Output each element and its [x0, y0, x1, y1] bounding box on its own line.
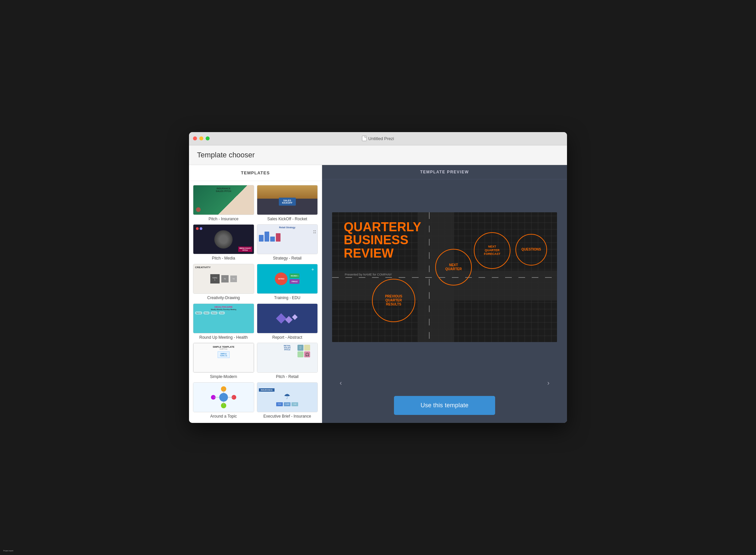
template-thumbnail-sales-kickoff: SALESKICKOFF — [257, 185, 318, 215]
preview-actions: Use this template — [322, 391, 567, 423]
preview-next-button[interactable]: › — [543, 377, 554, 388]
preview-prev-button[interactable]: ‹ — [335, 377, 346, 388]
template-thumbnail-strategy-retail: Retail Strategy ■ ■■ ■ — [257, 224, 318, 254]
template-label-simple-modern: Simple-Modern — [193, 374, 254, 380]
template-item-exec-brief[interactable]: INSURANCE ☂ PERF CLAIM SUM Executive Bri… — [257, 382, 318, 419]
templates-panel-header: TEMPLATES — [189, 165, 322, 181]
circle-previous-quarter: PREVIOUSQUARTERRESULTS — [372, 279, 415, 322]
window-title: Untitled Prezi — [368, 136, 394, 141]
template-thumbnail-around-topic — [193, 382, 254, 412]
maximize-button[interactable] — [206, 136, 210, 140]
template-item-creativity-drawing[interactable]: CREATIVITY TOPIC1 T2 T3 Creativity-Drawi… — [193, 264, 254, 301]
circle-questions: QUESTIONS — [515, 234, 547, 265]
minimize-button[interactable] — [199, 136, 203, 140]
use-template-button[interactable]: Use this template — [394, 396, 495, 415]
preview-panel-header: TEMPLATE PREVIEW — [322, 165, 567, 179]
template-thumbnail-roundup-health: HEALTHCARE Weekly-Monthly Roundup Meetin… — [193, 303, 254, 333]
traffic-lights — [193, 136, 210, 140]
close-button[interactable] — [193, 136, 197, 140]
preview-panel: TEMPLATE PREVIEW — [322, 165, 567, 423]
template-item-training-edu[interactable]: INTRO ROUND 1 FINALE ✦ Training - EDU — [257, 264, 318, 301]
template-label-report-abstract: Report - Abstract — [257, 335, 318, 340]
template-label-training-edu: Training - EDU — [257, 295, 318, 301]
template-label-strategy-retail: Strategy - Retail — [257, 256, 318, 261]
template-thumbnail-training-edu: INTRO ROUND 1 FINALE ✦ — [257, 264, 318, 294]
preview-navigation: ‹ › — [322, 375, 567, 391]
preview-image-area: QUARTERLY BUSINESS REVIEW Presented by N… — [322, 179, 567, 375]
template-item-pitch-retail[interactable]: RETAILSALESPITCH OurCo. 🎧 Pitch - Retail — [257, 343, 318, 380]
templates-panel: TEMPLATES INSURANCESALES PITCH Pitch - I… — [189, 165, 322, 423]
template-thumbnail-exec-brief: INSURANCE ☂ PERF CLAIM SUM — [257, 382, 318, 412]
template-thumbnail-report-abstract: Project report — [257, 303, 318, 333]
circle-forecast: NEXTQUARTERFORECAST — [474, 232, 510, 269]
circle-next-quarter: NEXTQUARTER — [435, 249, 472, 286]
preview-title: QUARTERLY BUSINESS REVIEW — [344, 221, 421, 260]
template-label-around-topic: Around a Topic — [193, 414, 254, 419]
circle-forecast-text: NEXTQUARTERFORECAST — [484, 245, 500, 256]
template-label-roundup-health: Round Up Meeting - Health — [193, 335, 254, 340]
document-icon — [362, 136, 367, 141]
template-item-sales-kickoff[interactable]: SALESKICKOFF Sales KickOff - Rocket — [257, 185, 318, 222]
template-item-roundup-health[interactable]: HEALTHCARE Weekly-Monthly Roundup Meetin… — [193, 303, 254, 340]
preview-title-line3: REVIEW — [344, 247, 421, 260]
preview-title-line1: QUARTERLY — [344, 221, 421, 234]
template-label-creativity-drawing: Creativity-Drawing — [193, 295, 254, 301]
preview-image: QUARTERLY BUSINESS REVIEW Presented by N… — [332, 212, 557, 342]
page-title: Template chooser — [197, 151, 559, 159]
template-label-pitch-retail: Pitch - Retail — [257, 374, 318, 380]
template-item-around-topic[interactable]: Around a Topic — [193, 382, 254, 419]
titlebar: Untitled Prezi — [189, 132, 567, 145]
template-item-report-abstract[interactable]: Project report Report - Abstract — [257, 303, 318, 340]
template-label-sales-kickoff: Sales KickOff - Rocket — [257, 217, 318, 222]
templates-grid: INSURANCESALES PITCH Pitch - Insurance S… — [189, 181, 322, 423]
qbr-background: QUARTERLY BUSINESS REVIEW Presented by N… — [332, 212, 557, 342]
template-thumbnail-simple-modern: SIMPLE TEMPLATE SUBTITLE SIMPLETOPIC 01 — [193, 343, 254, 373]
template-label-pitch-media: Pitch - Media — [193, 256, 254, 261]
preview-title-line2: BUSINESS — [344, 233, 421, 247]
circle-next-quarter-text: NEXTQUARTER — [445, 263, 462, 271]
circle-questions-text: QUESTIONS — [521, 248, 541, 252]
template-item-strategy-retail[interactable]: Retail Strategy ■ ■■ ■ Strategy - Retail — [257, 224, 318, 261]
template-item-pitch-insurance[interactable]: INSURANCESALES PITCH Pitch - Insurance — [193, 185, 254, 222]
circle-previous-quarter-text: PREVIOUSQUARTERRESULTS — [385, 295, 402, 306]
road-center-line-v — [429, 212, 429, 342]
window-title-area: Untitled Prezi — [362, 136, 394, 141]
app-window: Untitled Prezi Template chooser TEMPLATE… — [189, 132, 567, 423]
template-thumbnail-pitch-insurance: INSURANCESALES PITCH — [193, 185, 254, 215]
template-thumbnail-pitch-media: MEDIA SALESPITCH — [193, 224, 254, 254]
main-content: TEMPLATES INSURANCESALES PITCH Pitch - I… — [189, 165, 567, 423]
preview-subtitle: Presented by NAME for COMPANY — [345, 273, 392, 276]
template-thumbnail-pitch-retail: RETAILSALESPITCH OurCo. 🎧 — [257, 343, 318, 373]
template-item-simple-modern[interactable]: SIMPLE TEMPLATE SUBTITLE SIMPLETOPIC 01 … — [193, 343, 254, 380]
template-label-exec-brief: Executive Brief - Insurance — [257, 414, 318, 419]
template-item-pitch-media[interactable]: MEDIA SALESPITCH Pitch - Media — [193, 224, 254, 261]
template-label-pitch-insurance: Pitch - Insurance — [193, 217, 254, 222]
app-header: Template chooser — [189, 145, 567, 165]
template-thumbnail-creativity-drawing: CREATIVITY TOPIC1 T2 T3 — [193, 264, 254, 294]
